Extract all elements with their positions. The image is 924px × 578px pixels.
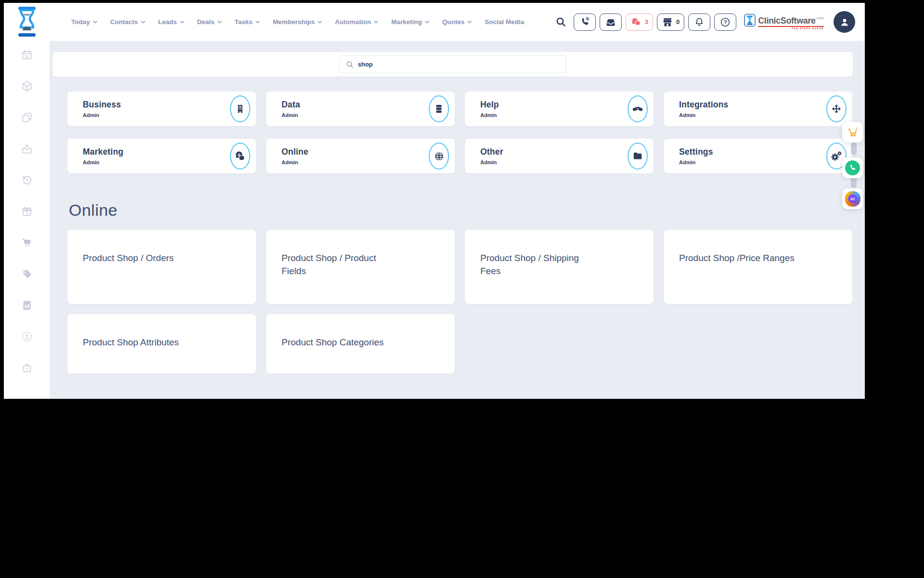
- notifications-button[interactable]: [688, 13, 710, 31]
- price-tag-icon[interactable]: [21, 268, 33, 280]
- hourglass-logo-icon: [15, 7, 39, 39]
- nav-item-marketing[interactable]: Marketing: [391, 18, 429, 26]
- phone-button[interactable]: [574, 13, 596, 31]
- nav-item-deals[interactable]: Deals: [197, 18, 222, 26]
- report-icon[interactable]: [21, 299, 33, 312]
- nav-item-memberships[interactable]: Memberships: [273, 18, 322, 26]
- nav-item-today[interactable]: Today: [71, 18, 97, 26]
- folder-icon: [628, 143, 648, 170]
- category-card-other[interactable]: OtherAdmin: [465, 139, 654, 173]
- card-product-shop-categories[interactable]: Product Shop Categories: [266, 314, 455, 374]
- svg-text:$: $: [238, 153, 240, 158]
- card-subtitle: Admin: [282, 112, 300, 118]
- card-product-shop-attributes[interactable]: Product Shop Attributes: [67, 314, 256, 374]
- card-subtitle: Admin: [83, 159, 123, 165]
- help-button[interactable]: ?: [714, 13, 736, 31]
- inbox-box-icon[interactable]: [21, 143, 33, 155]
- card-product-shop-product-fields[interactable]: Product Shop / Product Fields: [266, 230, 455, 304]
- card-subtitle: Admin: [679, 112, 729, 118]
- user-avatar[interactable]: [834, 11, 855, 33]
- package-icon[interactable]: [21, 80, 33, 92]
- building-icon: [230, 95, 250, 122]
- card-title: Settings: [679, 147, 713, 157]
- category-card-online[interactable]: OnlineAdmin: [266, 139, 455, 173]
- nav-item-tasks[interactable]: Tasks: [235, 18, 260, 26]
- nav-label: Social Media: [485, 18, 524, 26]
- search-glass-icon: [346, 61, 354, 68]
- briefcase-icon[interactable]: [21, 362, 33, 374]
- nav-item-contacts[interactable]: Contacts: [110, 18, 145, 26]
- card-title: Product Shop /Price Ranges: [679, 252, 823, 265]
- card-product-shop-price-ranges[interactable]: Product Shop /Price Ranges: [664, 230, 852, 304]
- brand-underline: [758, 26, 824, 27]
- scrollbar-segment[interactable]: [851, 143, 857, 155]
- nav-label: Marketing: [391, 18, 422, 26]
- brand-hourglass-icon: [744, 13, 756, 29]
- category-card-settings[interactable]: SettingsAdmin: [664, 139, 852, 173]
- ai-label: AI: [848, 194, 857, 203]
- cart-icon[interactable]: [21, 236, 33, 249]
- category-card-business[interactable]: BusinessAdmin: [67, 92, 256, 126]
- card-subtitle: Admin: [282, 159, 308, 165]
- chevron-down-icon: [467, 21, 472, 24]
- header-actions: 3 0 ? ClinicSoftware.com TEN STEPS AHEAD: [555, 11, 865, 33]
- account-icon[interactable]: [21, 330, 33, 343]
- nav-item-social-media[interactable]: Social Media: [485, 18, 524, 26]
- section-divider: [70, 384, 850, 384]
- orange-cart-icon: [847, 126, 859, 139]
- card-title: Product Shop / Orders: [83, 252, 227, 265]
- gift-icon[interactable]: [21, 205, 33, 218]
- floating-whatsapp-button[interactable]: [842, 158, 863, 178]
- top-header: Today Contacts Leads Deals Tasks Members…: [4, 3, 865, 41]
- nav-item-quotes[interactable]: Quotes: [442, 18, 472, 26]
- brand-name: ClinicSoftware: [758, 16, 815, 26]
- category-card-data[interactable]: DataAdmin: [266, 92, 455, 126]
- globe-icon: [429, 143, 449, 170]
- category-card-marketing[interactable]: MarketingAdmin $: [67, 139, 256, 173]
- category-card-help[interactable]: HelpAdmin: [465, 92, 654, 126]
- section-heading-online: Online: [69, 201, 865, 220]
- bell-icon: [694, 17, 705, 27]
- copies-icon[interactable]: [21, 111, 33, 124]
- chevron-down-icon: [256, 21, 260, 24]
- floating-ai-button[interactable]: AI: [842, 188, 863, 209]
- clinicsoftware-brand[interactable]: ClinicSoftware.com TEN STEPS AHEAD: [744, 13, 824, 30]
- card-title: Data: [282, 100, 300, 110]
- card-title: Integrations: [679, 100, 729, 110]
- category-card-integrations[interactable]: IntegrationsAdmin: [664, 92, 852, 126]
- inbox-icon: [605, 17, 616, 27]
- chevron-down-icon: [374, 21, 378, 24]
- nav-item-leads[interactable]: Leads: [158, 18, 184, 26]
- nav-label: Automation: [335, 18, 371, 26]
- database-icon: [429, 95, 449, 122]
- main-content: shop BusinessAdmin DataAdmin: [50, 41, 865, 399]
- left-sidebar: 12: [4, 41, 50, 399]
- search-panel: shop: [52, 52, 853, 77]
- card-title: Product Shop Attributes: [83, 336, 227, 349]
- card-title: Marketing: [83, 147, 123, 157]
- chat-bubbles-icon: [630, 17, 642, 27]
- ai-icon: AI: [845, 191, 860, 207]
- move-arrows-icon: [826, 95, 847, 122]
- store-badge: 0: [676, 18, 680, 26]
- search-input[interactable]: shop: [339, 55, 566, 73]
- app-logo[interactable]: [4, 5, 50, 39]
- inbox-button[interactable]: [600, 13, 622, 31]
- chat-button[interactable]: 3: [626, 13, 653, 31]
- chevron-down-icon: [318, 21, 322, 24]
- search-icon[interactable]: [555, 16, 567, 28]
- card-product-shop-orders[interactable]: Product Shop / Orders: [67, 230, 256, 304]
- nav-label: Contacts: [110, 18, 138, 26]
- calendar-icon[interactable]: 12: [21, 49, 33, 61]
- card-product-shop-shipping-fees[interactable]: Product Shop / Shipping Fees: [465, 230, 654, 304]
- chevron-down-icon: [141, 21, 145, 24]
- svg-text:?: ?: [724, 19, 727, 25]
- store-button[interactable]: 0: [657, 13, 684, 31]
- history-icon[interactable]: [21, 174, 33, 186]
- nav-item-automation[interactable]: Automation: [335, 18, 378, 26]
- chat-badge: 3: [645, 18, 648, 26]
- phone-icon: [579, 17, 590, 27]
- app-body: 12: [4, 41, 865, 399]
- brand-tagline: TEN STEPS AHEAD: [758, 28, 824, 30]
- floating-cart-button[interactable]: [842, 122, 863, 143]
